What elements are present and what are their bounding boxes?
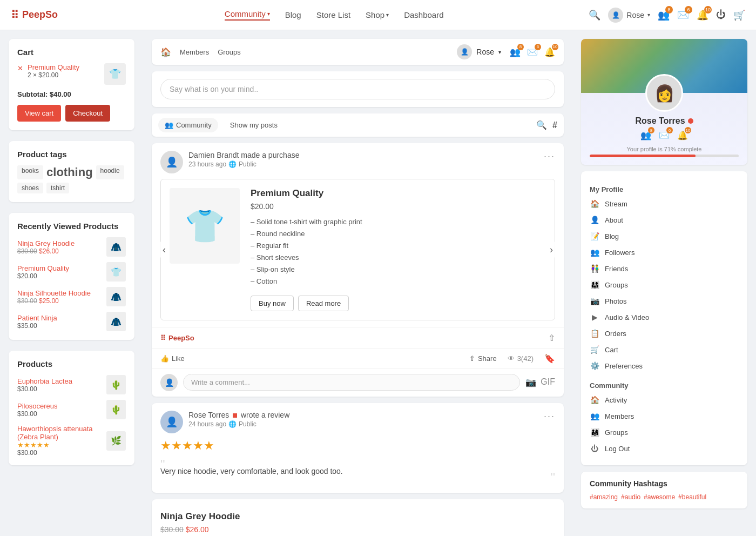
sub-nav-notifications-icon[interactable]: 🔔10 [544, 47, 555, 57]
blog-icon: 📝 [590, 232, 599, 240]
bookmark-icon[interactable]: 🔖 [544, 353, 555, 364]
home-icon[interactable]: 🏠 [160, 47, 171, 57]
tab-community[interactable]: 👥 Community [158, 118, 218, 132]
buy-now-button[interactable]: Buy now [251, 296, 294, 311]
post-header: Ninja Grey Hoodie $30.00 $26.00 [152, 499, 564, 536]
share-icon[interactable]: ⇧ [548, 333, 555, 343]
comment-input[interactable]: Write a comment... [183, 374, 520, 391]
post-more-options[interactable]: ··· [544, 151, 555, 162]
product-price: $30.00 [17, 410, 102, 418]
menu-activity[interactable]: 🏠 Activity [581, 392, 747, 408]
menu-community-groups[interactable]: 👨‍👩‍👧 Groups [581, 424, 747, 440]
feed-post: 👤 Rose Torres wrote a review 24 hours ag… [152, 403, 564, 493]
hashtag-item[interactable]: #awesome [644, 493, 675, 501]
online-indicator [233, 413, 237, 418]
nav-shop[interactable]: Shop ▾ [366, 10, 389, 19]
like-button[interactable]: 👍 Like [160, 354, 185, 363]
sub-nav-username: Rose [476, 48, 494, 56]
product-price: $30.00 $26.00 [160, 525, 555, 534]
view-cart-button[interactable]: View cart [17, 105, 61, 122]
product-name[interactable]: Ninja Silhouette Hoodie [17, 289, 102, 297]
product-name[interactable]: Euphorbia Lactea [17, 377, 102, 385]
tag-books[interactable]: books [17, 165, 43, 179]
sub-nav-friends-icon[interactable]: 👥8 [510, 47, 521, 57]
menu-blog[interactable]: 📝 Blog [581, 228, 747, 244]
menu-preferences[interactable]: ⚙️ Preferences [581, 358, 747, 374]
cart-icon-btn[interactable]: 🛒 [733, 9, 745, 21]
groups-link[interactable]: Groups [218, 48, 241, 56]
product-thumbnail: 🌵 [106, 400, 126, 419]
messages-icon-btn[interactable]: ✉️ 6 [677, 9, 689, 21]
menu-logout[interactable]: ⏻ Log Out [581, 440, 747, 457]
product-name[interactable]: Patient Ninja [17, 314, 102, 322]
tag-tshirt[interactable]: tshirt [46, 183, 69, 193]
nav-store-list[interactable]: Store List [316, 10, 350, 19]
menu-orders[interactable]: 📋 Orders [581, 325, 747, 341]
tag-shoes[interactable]: shoes [17, 183, 43, 193]
menu-audio-video[interactable]: ▶ Audio & Video [581, 309, 747, 325]
menu-photos[interactable]: 📷 Photos [581, 293, 747, 309]
community-tabs: 👥 Community Show my posts 🔍 # [152, 113, 564, 137]
product-name[interactable]: Pilosocereus [17, 402, 102, 410]
product-prev-btn[interactable]: ‹ [160, 242, 168, 257]
search-icon-btn[interactable]: 🔍 [589, 9, 600, 21]
profile-completion: Your profile is 71% complete [590, 146, 739, 157]
menu-members[interactable]: 👥 Members [581, 408, 747, 424]
menu-stream[interactable]: 🏠 Stream [581, 196, 747, 212]
tag-clothing[interactable]: clothing [46, 165, 93, 179]
progress-bar [590, 155, 739, 157]
nav-blog[interactable]: Blog [285, 10, 301, 19]
checkout-button[interactable]: Checkout [65, 105, 110, 122]
user-menu[interactable]: 👤 Rose ▾ [608, 8, 650, 23]
notifications-icon-btn[interactable]: 🔔 10 [697, 9, 708, 21]
post-header: 👤 Damien Brandt made a purchase 23 hours… [152, 143, 564, 179]
photos-icon: 📷 [590, 297, 599, 305]
menu-groups[interactable]: 👨‍👩‍👧 Groups [581, 277, 747, 293]
hashtag-item[interactable]: #audio [621, 493, 640, 501]
product-name[interactable]: Ninja Grey Hoodie [17, 239, 102, 247]
tag-hoodie[interactable]: hoodie [96, 165, 124, 179]
logout-icon: ⏻ [590, 444, 599, 453]
post-author-avatar: 👤 [160, 411, 183, 433]
menu-friends[interactable]: 👫 Friends [581, 260, 747, 277]
product-next-btn[interactable]: › [548, 242, 555, 257]
camera-icon[interactable]: 📷 [525, 377, 536, 387]
members-link[interactable]: Members [180, 48, 209, 56]
hashtag-item[interactable]: #beautiful [678, 493, 706, 501]
power-icon-btn[interactable]: ⏻ [716, 9, 726, 21]
post-source: ⠿ PeepSo ⇧ [152, 327, 564, 349]
comment-box: 👤 Write a comment... 📷 GIF [152, 368, 564, 397]
post-more-options[interactable]: ··· [544, 411, 555, 422]
post-input[interactable]: Say what is on your mind.. [160, 79, 555, 99]
my-profile-heading: My Profile [581, 182, 747, 196]
cart-actions: View cart Checkout [17, 105, 126, 122]
product-tags-list: books clothing hoodie shoes tshirt [17, 165, 126, 193]
product-name[interactable]: Premium Quality [17, 264, 102, 272]
globe-icon: 🌐 [228, 160, 237, 168]
gif-icon[interactable]: GIF [541, 377, 555, 387]
feed-hashtag-icon[interactable]: # [552, 120, 557, 130]
share-button[interactable]: ⇧ Share [469, 354, 497, 363]
tab-show-my-posts[interactable]: Show my posts [224, 118, 284, 132]
menu-cart[interactable]: 🛒 Cart [581, 341, 747, 358]
product-actions: Buy now Read more [251, 296, 546, 311]
sub-nav-avatar: 👤 [457, 44, 472, 59]
nav-dashboard[interactable]: Dashboard [404, 10, 443, 19]
post-author-name: Rose Torres wrote a review [188, 411, 538, 419]
nav-community[interactable]: Community ▾ [225, 9, 270, 21]
friends-icon-btn[interactable]: 👥 8 [658, 9, 670, 21]
menu-followers[interactable]: 👥 Followers [581, 244, 747, 260]
menu-about[interactable]: 👤 About [581, 212, 747, 228]
cart-remove-btn[interactable]: ✕ [17, 64, 23, 72]
followers-icon: 👥 [590, 248, 599, 257]
read-more-button[interactable]: Read more [298, 296, 349, 311]
product-card: ‹ 👕 Premium Quality $20.00 Solid tone t-… [160, 179, 555, 320]
hashtag-item[interactable]: #amazing [590, 493, 618, 501]
sub-nav-messages-icon[interactable]: ✉️6 [527, 47, 538, 57]
site-logo[interactable]: ⠿ PeepSo [11, 9, 58, 22]
feed-post: Ninja Grey Hoodie $30.00 $26.00 🧥 [152, 499, 564, 536]
review-stars: ★★★★★ [152, 439, 564, 453]
product-name[interactable]: Haworthiopsis attenuata (Zebra Plant) [17, 425, 102, 441]
feed-search-icon[interactable]: 🔍 [536, 120, 547, 130]
cart-item-name[interactable]: Premium Quality [28, 63, 100, 71]
